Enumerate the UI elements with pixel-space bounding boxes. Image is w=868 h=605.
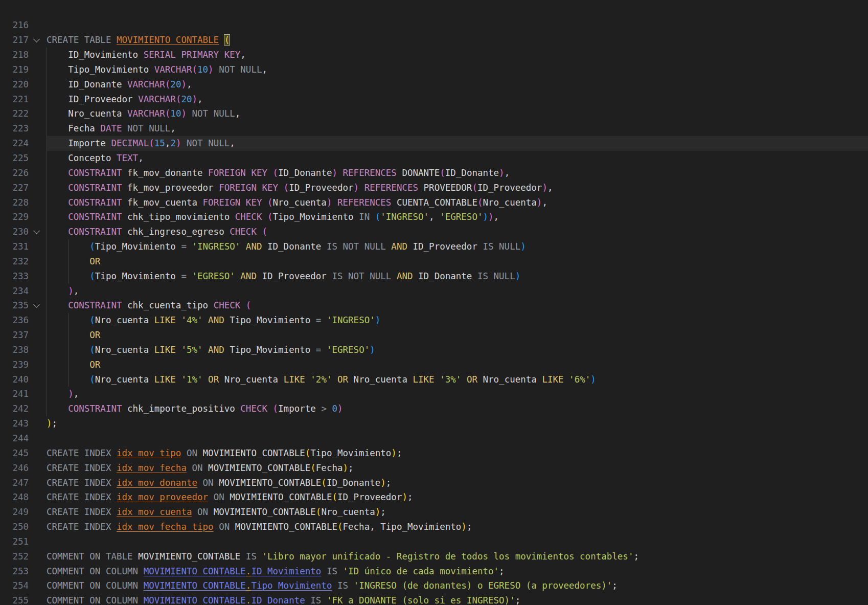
fold-chevron-down-icon[interactable] [29, 225, 47, 239]
line-number[interactable]: 252 [0, 549, 29, 564]
line-number[interactable]: 239 [0, 357, 29, 372]
line-number[interactable]: 225 [0, 151, 29, 166]
code-token: '1%' [181, 374, 208, 385]
line-number[interactable]: 251 [0, 534, 29, 549]
fold-gutter [29, 254, 47, 269]
line-number[interactable]: 250 [0, 520, 29, 534]
code-line[interactable]: 235 CONSTRAINT chk_cuenta_tipo CHECK ( [0, 298, 868, 313]
line-number[interactable]: 254 [0, 578, 29, 593]
code-token: ( [310, 463, 316, 473]
line-number[interactable]: 248 [0, 490, 29, 505]
line-number[interactable]: 242 [0, 401, 29, 416]
line-number[interactable]: 245 [0, 446, 29, 461]
line-number[interactable]: 229 [0, 210, 29, 225]
code-line[interactable]: 217CREATE TABLE MOVIMIENTO_CONTABLE ( [0, 33, 868, 48]
code-line[interactable]: 248CREATE INDEX idx_mov_proveedor ON MOV… [0, 490, 868, 505]
fold-chevron-down-icon[interactable] [29, 33, 47, 48]
code-line[interactable]: 220 ID_Donante VARCHAR(20), [0, 77, 868, 92]
line-number[interactable]: 255 [0, 593, 29, 605]
line-number[interactable]: 240 [0, 372, 29, 387]
line-number[interactable]: 232 [0, 254, 29, 269]
line-number[interactable]: 226 [0, 166, 29, 181]
code-token: chk_ingreso_egreso [127, 227, 230, 237]
code-line[interactable]: 232 OR [0, 254, 868, 269]
code-text: CONSTRAINT chk_tipo_movimiento CHECK (Ti… [47, 210, 868, 225]
code-line[interactable]: 252COMMENT ON TABLE MOVIMIENTO_CONTABLE … [0, 549, 868, 564]
code-line[interactable]: 238 (Nro_cuenta LIKE '5%' AND Tipo_Movim… [0, 343, 868, 357]
code-line[interactable]: 254COMMENT ON COLUMN MOVIMIENTO_CONTABLE… [0, 578, 868, 593]
line-number[interactable]: 236 [0, 313, 29, 328]
line-number[interactable]: 247 [0, 476, 29, 490]
line-number[interactable]: 217 [0, 33, 29, 48]
code-line[interactable]: 231 (Tipo_Movimiento = 'INGRESO' AND ID_… [0, 239, 868, 254]
code-line[interactable]: 250CREATE INDEX idx_mov_fecha_tipo ON MO… [0, 520, 868, 534]
code-token: ; [467, 522, 472, 532]
code-text: Fecha DATE NOT NULL, [47, 121, 868, 136]
line-number[interactable]: 235 [0, 298, 29, 313]
code-line[interactable]: 251 [0, 534, 868, 549]
line-number[interactable]: 224 [0, 136, 29, 151]
code-line[interactable]: 245CREATE INDEX idx_mov_tipo ON MOVIMIEN… [0, 446, 868, 461]
line-number[interactable]: 216 [0, 18, 29, 33]
code-token: 'ID único de cada movimiento' [343, 566, 499, 576]
code-line[interactable]: 229 CONSTRAINT chk_tipo_movimiento CHECK… [0, 210, 868, 225]
line-number[interactable]: 233 [0, 269, 29, 284]
line-number[interactable]: 218 [0, 48, 29, 62]
code-text: COMMENT ON COLUMN MOVIMIENTO_CONTABLE.ID… [47, 593, 868, 605]
code-line[interactable]: 244 [0, 431, 868, 446]
line-number[interactable]: 253 [0, 564, 29, 579]
line-number[interactable]: 234 [0, 284, 29, 299]
fold-gutter [29, 121, 47, 136]
code-line[interactable]: 255COMMENT ON COLUMN MOVIMIENTO_CONTABLE… [0, 593, 868, 605]
code-line[interactable]: 249CREATE INDEX idx_mov_cuenta ON MOVIMI… [0, 505, 868, 520]
code-line[interactable]: 223 Fecha DATE NOT NULL, [0, 121, 868, 136]
code-line[interactable]: 247CREATE INDEX idx_mov_donante ON MOVIM… [0, 476, 868, 490]
line-number[interactable]: 243 [0, 416, 29, 431]
code-line[interactable]: 243); [0, 416, 868, 431]
code-line[interactable]: 234 ), [0, 284, 868, 299]
code-line[interactable]: 218 ID_Movimiento SERIAL PRIMARY KEY, [0, 48, 868, 62]
line-number[interactable]: 230 [0, 225, 29, 239]
line-number[interactable]: 227 [0, 181, 29, 195]
code-token: IS [305, 595, 327, 605]
code-line[interactable]: 237 OR [0, 328, 868, 343]
code-line[interactable]: 239 OR [0, 357, 868, 372]
code-token: DATE [100, 123, 122, 133]
code-line[interactable]: 216 [0, 18, 868, 33]
line-number[interactable]: 223 [0, 121, 29, 136]
code-line[interactable]: 240 (Nro_cuenta LIKE '1%' OR Nro_cuenta … [0, 372, 868, 387]
code-token: 'EGRESO' [192, 271, 240, 281]
code-line[interactable]: 221 ID_Proveedor VARCHAR(20), [0, 92, 868, 107]
code-line[interactable]: 224 Importe DECIMAL(15,2) NOT NULL, [0, 136, 868, 151]
code-line[interactable]: 226 CONSTRAINT fk_mov_donante FOREIGN KE… [0, 166, 868, 181]
line-number[interactable]: 241 [0, 387, 29, 401]
code-line[interactable]: 241 ), [0, 387, 868, 401]
code-line[interactable]: 227 CONSTRAINT fk_mov_proveedor FOREIGN … [0, 181, 868, 195]
code-token: ) [537, 197, 542, 208]
line-number[interactable]: 246 [0, 461, 29, 476]
fold-chevron-down-icon[interactable] [29, 298, 47, 313]
code-line[interactable]: 233 (Tipo_Movimiento = 'EGRESO' AND ID_P… [0, 269, 868, 284]
line-number[interactable]: 249 [0, 505, 29, 520]
line-number[interactable]: 228 [0, 195, 29, 210]
code-line[interactable]: 225 Concepto TEXT, [0, 151, 868, 166]
code-token: LIKE [284, 374, 311, 385]
code-line[interactable]: 246CREATE INDEX idx_mov_fecha ON MOVIMIE… [0, 461, 868, 476]
code-line[interactable]: 230 CONSTRAINT chk_ingreso_egreso CHECK … [0, 225, 868, 239]
code-line[interactable]: 236 (Nro_cuenta LIKE '4%' AND Tipo_Movim… [0, 313, 868, 328]
code-line[interactable]: 222 Nro_cuenta VARCHAR(10) NOT NULL, [0, 106, 868, 121]
line-number[interactable]: 237 [0, 328, 29, 343]
code-token: CREATE INDEX [47, 448, 117, 458]
line-number[interactable]: 221 [0, 92, 29, 107]
line-number[interactable]: 244 [0, 431, 29, 446]
code-line[interactable]: 219 Tipo_Movimiento VARCHAR(10) NOT NULL… [0, 62, 868, 77]
line-number[interactable]: 219 [0, 62, 29, 77]
code-line[interactable]: 253COMMENT ON COLUMN MOVIMIENTO_CONTABLE… [0, 564, 868, 579]
line-number[interactable]: 222 [0, 106, 29, 121]
line-number[interactable]: 231 [0, 239, 29, 254]
code-line[interactable]: 242 CONSTRAINT chk_importe_positivo CHEC… [0, 401, 868, 416]
code-line[interactable]: 228 CONSTRAINT fk_mov_cuenta FOREIGN KEY… [0, 195, 868, 210]
line-number[interactable]: 238 [0, 343, 29, 357]
line-number[interactable]: 220 [0, 77, 29, 92]
code-token: IS NULL [477, 271, 515, 281]
